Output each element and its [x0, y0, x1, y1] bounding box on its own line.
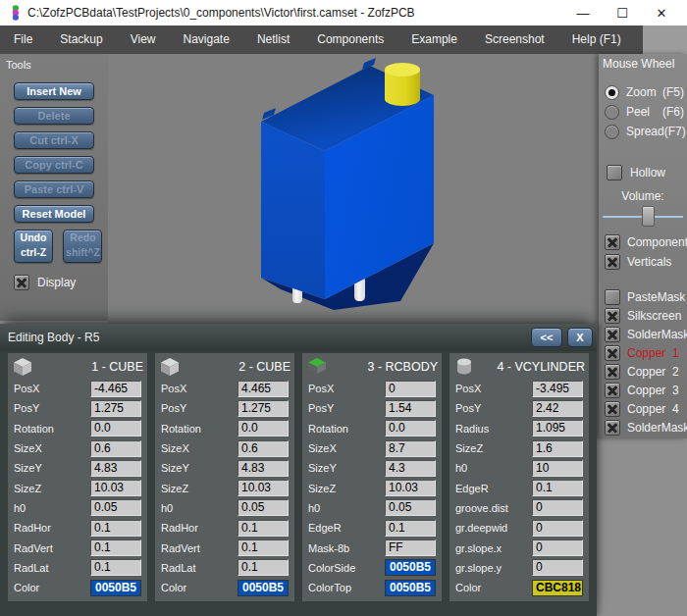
field-gr-slope-y[interactable]: 0: [532, 559, 583, 576]
field-h0[interactable]: 0.05: [238, 499, 289, 516]
field-posx[interactable]: -4.465: [90, 381, 141, 397]
copper-3-checkbox[interactable]: [605, 383, 620, 398]
peel-radio[interactable]: [605, 105, 619, 120]
field-radius[interactable]: 1.095: [532, 420, 583, 436]
field-gr-deepwid[interactable]: 0: [532, 520, 583, 537]
field-sizex[interactable]: 0.6: [238, 440, 289, 457]
field-sizex[interactable]: 8.7: [385, 440, 436, 457]
field-h0[interactable]: 0.05: [90, 499, 141, 516]
copper-2-checkbox[interactable]: [605, 364, 620, 380]
field-color[interactable]: CBC818: [532, 580, 583, 596]
field-label-color: Color: [12, 582, 90, 593]
editor-column-header: 4 - VCYLINDER: [453, 355, 585, 379]
copper-4-checkbox[interactable]: [605, 401, 620, 417]
field-sizez[interactable]: 10.03: [238, 480, 289, 496]
3d-viewport[interactable]: [108, 54, 599, 324]
zoom-radio[interactable]: [605, 85, 619, 100]
paste-ctrl-v-button[interactable]: Paste ctrl-V: [14, 180, 94, 198]
field-edger[interactable]: 0.1: [532, 480, 583, 496]
field-posx[interactable]: 0: [385, 381, 436, 397]
delete-button[interactable]: Delete: [14, 107, 94, 125]
field-radvert[interactable]: 0.1: [90, 539, 141, 556]
field-label-sizez: SizeZ: [159, 483, 238, 494]
field-rotation[interactable]: 0.0: [385, 420, 436, 436]
field-rotation[interactable]: 0.0: [90, 420, 141, 436]
field-groove-dist[interactable]: 0: [532, 499, 583, 516]
field-h0[interactable]: 10: [532, 460, 583, 477]
field-radlat[interactable]: 0.1: [90, 559, 141, 576]
silkscreen-checkbox[interactable]: [605, 308, 620, 324]
volume-slider-thumb[interactable]: [642, 206, 655, 227]
redo-button[interactable]: Redo shift^Z: [63, 230, 102, 263]
close-panel-button[interactable]: X: [567, 328, 593, 347]
cut-ctrl-x-button[interactable]: Cut ctrl-X: [14, 131, 94, 149]
field-gr-slope-x[interactable]: 0: [532, 539, 583, 556]
copper-1-checkbox[interactable]: [605, 345, 620, 361]
menu-item-navigate[interactable]: Navigate: [170, 26, 243, 54]
close-button[interactable]: ✕: [642, 1, 681, 25]
menu-item-help-f1[interactable]: Help (F1): [558, 26, 635, 54]
soldermask-checkbox[interactable]: [605, 327, 620, 342]
field-label-radhor: RadHor: [12, 522, 90, 534]
menu-item-view[interactable]: View: [117, 26, 170, 54]
field-mask-8b[interactable]: FF: [385, 539, 436, 556]
undo-button[interactable]: Undo ctrl-Z: [14, 230, 53, 263]
menu-item-components[interactable]: Components: [303, 26, 397, 54]
minimize-button[interactable]: —: [563, 1, 603, 25]
display-checkbox[interactable]: [14, 275, 29, 290]
menu-item-screenshot[interactable]: Screenshot: [471, 26, 558, 54]
menu-item-stackup[interactable]: Stackup: [46, 26, 116, 54]
field-label-posx: PosX: [306, 383, 385, 394]
field-posx[interactable]: 4.465: [238, 381, 289, 397]
menu-item-example[interactable]: Example: [397, 26, 471, 54]
field-posy[interactable]: 1.54: [385, 400, 436, 417]
field-sizex[interactable]: 0.6: [90, 440, 141, 457]
maximize-button[interactable]: ☐: [603, 1, 642, 25]
soldermask-checkbox[interactable]: [605, 420, 620, 436]
hollow-row: Hollow: [607, 165, 687, 180]
field-colorside[interactable]: 0050B5: [385, 559, 436, 576]
field-sizey[interactable]: 4.83: [238, 460, 289, 477]
editor-column-2: 2 - CUBEPosX4.465PosY1.275Rotation0.0Siz…: [155, 353, 294, 601]
field-edger[interactable]: 0.1: [385, 520, 436, 537]
field-radlat[interactable]: 0.1: [238, 559, 289, 576]
field-colortop[interactable]: 0050B5: [385, 580, 436, 596]
field-color[interactable]: 0050B5: [90, 580, 141, 596]
field-posy[interactable]: 2.42: [532, 400, 583, 417]
field-radhor[interactable]: 0.1: [90, 520, 141, 537]
menu-item-netlist[interactable]: Netlist: [243, 26, 303, 54]
field-label-radhor: RadHor: [159, 522, 238, 534]
field-row-sizey: SizeY4.3: [306, 458, 438, 478]
field-radhor[interactable]: 0.1: [238, 520, 289, 537]
insert-new-button[interactable]: Insert New: [14, 82, 94, 100]
field-sizez[interactable]: 1.6: [532, 440, 583, 457]
editor-columns: 1 - CUBEPosX-4.465PosY1.275Rotation0.0Si…: [8, 353, 597, 601]
hollow-checkbox[interactable]: [607, 165, 622, 180]
field-radvert[interactable]: 0.1: [238, 539, 289, 556]
spread-radio[interactable]: [605, 125, 619, 139]
field-sizey[interactable]: 4.3: [385, 460, 436, 477]
field-row-sizex: SizeX0.6: [159, 438, 291, 458]
field-label-rotation: Rotation: [159, 423, 238, 435]
field-sizey[interactable]: 4.83: [90, 460, 141, 477]
field-sizez[interactable]: 10.03: [90, 480, 141, 496]
reset-model-button[interactable]: Reset Model: [14, 205, 94, 223]
field-h0[interactable]: 0.05: [385, 499, 436, 516]
verticals-checkbox[interactable]: [605, 254, 620, 270]
field-color[interactable]: 0050B5: [238, 580, 289, 596]
components-checkbox[interactable]: [605, 234, 620, 250]
field-label-gr-deepwid: gr.deepwid: [453, 522, 532, 534]
menu-item-file[interactable]: File: [0, 26, 46, 54]
field-posy[interactable]: 1.275: [90, 400, 141, 417]
volume-slider[interactable]: [603, 205, 683, 229]
copy-ctrl-c-button[interactable]: Copy ctrl-C: [14, 156, 94, 174]
collapse-panel-button[interactable]: <<: [531, 328, 562, 347]
field-posy[interactable]: 1.275: [238, 400, 289, 417]
pastemask-checkbox[interactable]: [605, 289, 620, 305]
field-row-posx: PosX4.465: [159, 379, 291, 398]
field-posx[interactable]: -3.495: [532, 381, 583, 397]
field-sizez[interactable]: 10.03: [385, 480, 436, 496]
field-rotation[interactable]: 0.0: [238, 420, 289, 436]
editor-column-header: 3 - RCBODY: [306, 355, 438, 379]
field-row-sizez: SizeZ10.03: [306, 478, 438, 497]
